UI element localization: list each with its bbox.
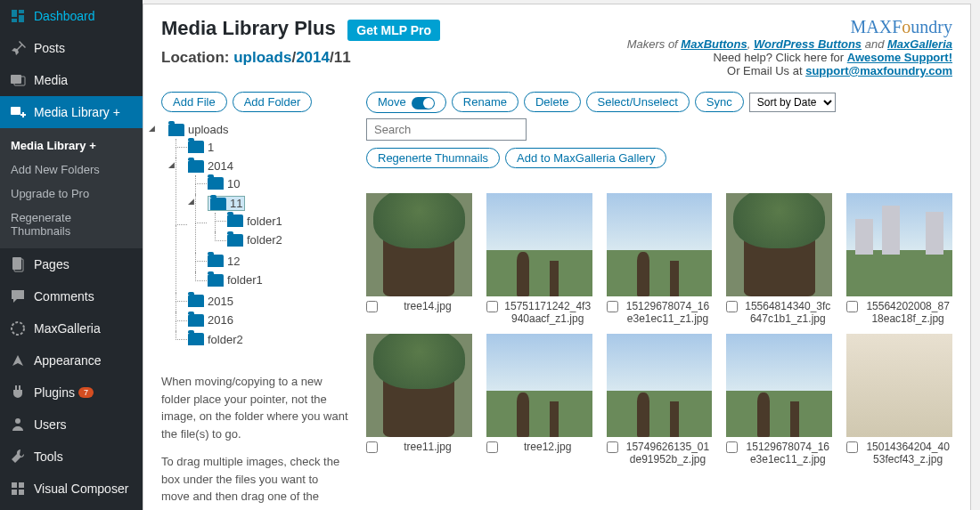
media-checkbox[interactable] xyxy=(486,441,498,453)
folder-folder2[interactable]: folder2 xyxy=(188,333,243,346)
folder-folder1[interactable]: folder1 xyxy=(208,273,263,287)
promo-link[interactable]: WordPress Buttons xyxy=(754,37,862,51)
folder-uploads[interactable]: uploads xyxy=(168,123,229,136)
media-checkbox[interactable] xyxy=(846,301,858,312)
users-icon xyxy=(9,416,27,433)
regenerate-thumbnails-button[interactable]: Regenerte Thumnails xyxy=(366,148,500,168)
media-item[interactable]: tree12.jpg xyxy=(486,334,592,465)
media-item[interactable]: tree11.jpg xyxy=(366,334,472,465)
folder-icon xyxy=(188,160,204,173)
delete-button[interactable]: Delete xyxy=(524,92,581,112)
menu-dashboard[interactable]: Dashboard xyxy=(0,0,143,32)
media-checkbox[interactable] xyxy=(607,441,618,453)
menu-media-library-[interactable]: Media Library + xyxy=(0,96,143,128)
svg-rect-9 xyxy=(12,490,17,495)
menu-users[interactable]: Users xyxy=(0,409,143,441)
breadcrumb-link[interactable]: 2014 xyxy=(296,49,330,66)
add-to-gallery-button[interactable]: Add to MaxGalleria Gallery xyxy=(505,148,666,168)
add-file-button[interactable]: Add File xyxy=(161,92,227,112)
promo-area: MAXFoundry Makers of MaxButtons, WordPre… xyxy=(627,17,952,77)
folder-11[interactable]: 11 xyxy=(208,196,245,211)
sort-select[interactable]: Sort by Date xyxy=(749,93,836,112)
menu-plugins[interactable]: Plugins7 xyxy=(0,376,143,409)
promo-link[interactable]: MaxButtons xyxy=(681,37,747,51)
folder-icon xyxy=(188,314,204,327)
media-checkbox[interactable] xyxy=(726,301,738,312)
maxfoundry-logo: MAXFoundry xyxy=(627,17,952,37)
folder-2015[interactable]: 2015 xyxy=(188,295,233,308)
svg-rect-7 xyxy=(12,482,17,488)
thumbnail-image[interactable] xyxy=(366,334,472,437)
thumbnail-image[interactable] xyxy=(726,193,832,296)
media-item[interactable]: 15751171242_4f3940aacf_z1.jpg xyxy=(486,193,592,325)
media-checkbox[interactable] xyxy=(486,301,498,312)
folder-2016[interactable]: 2016 xyxy=(188,313,233,327)
media-item[interactable]: 15564814340_3fc647c1b1_z1.jpg xyxy=(726,193,832,325)
folder-12[interactable]: 12 xyxy=(208,255,240,268)
media-checkbox[interactable] xyxy=(846,441,858,453)
media-item[interactable]: 15129678074_16e3e1ec11_z.jpg xyxy=(726,334,832,465)
thumbnail-image[interactable] xyxy=(486,334,592,437)
submenu-upgrade-to-pro[interactable]: Upgrade to Pro xyxy=(0,182,143,206)
svg-point-6 xyxy=(15,418,20,424)
support-link[interactable]: Awesome Support! xyxy=(847,51,952,64)
tree-expander[interactable]: ◢ xyxy=(188,198,196,206)
support-email-link[interactable]: support@maxfoundry.com xyxy=(805,64,952,77)
add-folder-button[interactable]: Add Folder xyxy=(233,92,313,112)
menu-visual-composer[interactable]: Visual Composer xyxy=(0,473,143,505)
vc-icon xyxy=(9,480,27,498)
thumbnail-image[interactable] xyxy=(607,334,713,437)
menu-appearance[interactable]: Appearance xyxy=(0,344,143,376)
promo-link[interactable]: MaxGalleria xyxy=(887,37,952,51)
submenu-add-new-folders[interactable]: Add New Folders xyxy=(0,158,143,182)
submenu-media-library-[interactable]: Media Library + xyxy=(0,134,143,158)
media-filename: 15751171242_4f3940aacf_z1.jpg xyxy=(503,300,592,325)
thumbnail-image[interactable] xyxy=(366,193,472,296)
breadcrumb-link[interactable]: uploads xyxy=(233,49,291,66)
tree-expander[interactable]: ◢ xyxy=(149,125,157,133)
folder-folder2[interactable]: folder2 xyxy=(227,233,282,247)
submenu-regenerate-thumbnails[interactable]: Regenerate Thumbnails xyxy=(0,206,143,243)
media-checkbox[interactable] xyxy=(366,441,378,453)
media-item[interactable]: 15564202008_8718eac18f_z.jpg xyxy=(846,193,952,325)
sync-button[interactable]: Sync xyxy=(695,92,744,112)
menu-media[interactable]: Media xyxy=(0,64,143,96)
search-input[interactable] xyxy=(366,118,527,141)
media-filename: tree12.jpg xyxy=(503,441,592,453)
thumbnail-image[interactable] xyxy=(607,193,713,296)
folder-10[interactable]: 10 xyxy=(208,177,240,190)
media-item[interactable]: 15749626135_01de91952b_z.jpg xyxy=(607,334,713,465)
folder-icon xyxy=(208,274,224,287)
media-filename: tree14.jpg xyxy=(383,300,472,312)
media-checkbox[interactable] xyxy=(366,301,378,312)
folder-1[interactable]: 1 xyxy=(188,141,214,154)
menu-posts[interactable]: Posts xyxy=(0,32,143,64)
move-button[interactable]: Move xyxy=(366,92,446,113)
media-item[interactable]: 15014364204_4053fecf43_z.jpg xyxy=(846,334,952,465)
menu-maxgalleria[interactable]: MaxGalleria xyxy=(0,312,143,344)
maxgalleria-icon xyxy=(9,320,27,337)
media-item[interactable]: 15129678074_16e3e1ec11_z1.jpg xyxy=(607,193,713,325)
move-toggle[interactable] xyxy=(412,97,435,109)
menu-pages[interactable]: Pages xyxy=(0,248,143,280)
main-content: Media Library Plus Get MLP Pro Location:… xyxy=(143,4,971,510)
media-gallery: tree14.jpg15751171242_4f3940aacf_z1.jpg1… xyxy=(366,193,952,465)
thumbnail-image[interactable] xyxy=(726,334,832,437)
thumbnail-image[interactable] xyxy=(486,193,592,296)
folder-icon xyxy=(210,198,226,210)
media-filename: 15129678074_16e3e1ec11_z.jpg xyxy=(743,441,832,465)
select-unselect-button[interactable]: Select/Unselect xyxy=(586,92,690,112)
rename-button[interactable]: Rename xyxy=(452,92,519,112)
menu-comments[interactable]: Comments xyxy=(0,280,143,312)
tree-expander[interactable]: ◢ xyxy=(168,161,176,169)
folder-2014[interactable]: 2014 xyxy=(188,159,233,173)
folder-folder1[interactable]: folder1 xyxy=(227,215,282,228)
media-checkbox[interactable] xyxy=(607,301,618,312)
thumbnail-image[interactable] xyxy=(846,193,952,296)
get-pro-button[interactable]: Get MLP Pro xyxy=(347,20,440,41)
thumbnail-image[interactable] xyxy=(846,334,952,437)
media-item[interactable]: tree14.jpg xyxy=(366,193,472,325)
menu-tools[interactable]: Tools xyxy=(0,441,143,473)
menu-settings[interactable]: Settings xyxy=(0,505,143,510)
media-checkbox[interactable] xyxy=(726,441,738,453)
